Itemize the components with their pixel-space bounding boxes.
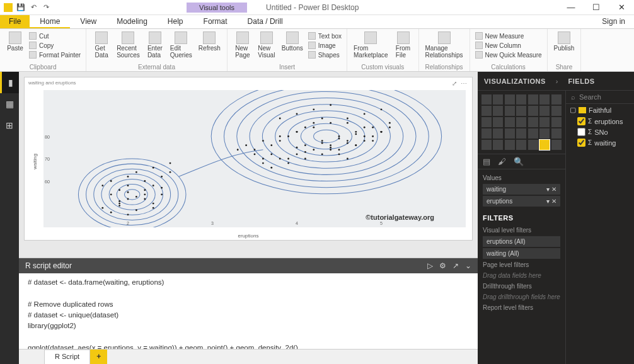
tab-format[interactable]: Format [193,15,238,28]
viz-type-icon[interactable] [516,140,526,150]
buttons-button[interactable]: Buttons [279,30,306,53]
field-checkbox[interactable] [577,139,585,147]
textbox-button[interactable]: Text box [307,31,343,40]
viz-type-icon[interactable] [528,94,538,105]
format-painter-button[interactable]: Format Painter [28,50,82,59]
viz-type-icon[interactable] [481,106,492,116]
viz-type-icon[interactable] [481,94,492,105]
shapes-button[interactable]: Shapes [307,50,343,59]
new-column-button[interactable]: New Column [474,41,543,50]
viz-type-icon[interactable] [481,128,492,139]
viz-type-icon[interactable] [539,128,550,139]
viz-type-icon[interactable] [516,106,526,116]
focus-mode-icon[interactable]: ⤢ [452,80,457,87]
run-script-icon[interactable]: ▷ [427,261,433,270]
manage-relationships-button[interactable]: Manage Relationships [423,30,466,60]
tab-view[interactable]: View [70,15,107,28]
viz-type-icon[interactable] [505,106,515,116]
filter-waiting[interactable]: waiting (All) [483,248,560,259]
script-textarea[interactable]: # dataset <- data.frame(waiting, eruptio… [19,273,478,349]
viz-type-icon[interactable] [481,140,492,150]
viz-type-icon[interactable] [481,117,492,127]
data-view-icon[interactable]: ▦ [0,93,19,115]
viz-type-icon[interactable] [493,117,503,127]
format-tab-icon[interactable]: 🖌 [498,157,506,166]
save-icon[interactable]: 💾 [15,2,26,13]
publish-button[interactable]: Publish [551,30,577,53]
field-checkbox[interactable] [577,128,585,136]
viz-type-icon[interactable] [528,128,538,139]
add-page-button[interactable]: + [90,350,107,364]
model-view-icon[interactable]: ⊞ [0,115,19,136]
copy-button[interactable]: Copy [28,41,82,50]
minimize-icon[interactable]: — [558,0,584,15]
viz-type-icon[interactable] [551,117,562,127]
viz-type-icon[interactable] [505,140,515,150]
script-options-icon[interactable]: ⚙ [439,261,446,270]
viz-type-icon[interactable] [493,94,503,105]
viz-type-icon[interactable] [505,94,515,105]
fields-tab-icon[interactable]: ▤ [483,157,490,166]
from-marketplace-button[interactable]: From Marketplace [351,30,390,60]
signin-link[interactable]: Sign in [593,15,634,28]
new-quick-measure-button[interactable]: New Quick Measure [474,50,543,59]
tab-datadrill[interactable]: Data / Drill [238,15,293,28]
drillthrough-dropzone[interactable]: Drag drillthrough fields here [478,291,565,303]
viz-type-icon[interactable] [539,117,550,127]
well-eruptions[interactable]: eruptions▾ ✕ [483,196,560,207]
viz-type-icon[interactable] [539,106,550,116]
viz-type-icon[interactable] [539,94,550,105]
viz-type-icon[interactable] [516,94,526,105]
close-icon[interactable]: ✕ [609,0,634,15]
new-page-button[interactable]: New Page [231,30,254,60]
refresh-button[interactable]: Refresh [196,30,223,53]
undo-icon[interactable]: ↶ [28,2,39,13]
tab-home[interactable]: Home [30,15,70,28]
field-eruptions[interactable]: Σeruptions [566,116,634,127]
viz-type-icon[interactable] [493,128,503,139]
enter-data-button[interactable]: Enter Data [144,30,166,60]
viz-type-icon[interactable] [505,128,515,139]
maximize-icon[interactable]: ☐ [584,0,609,15]
viz-type-icon[interactable] [551,128,562,139]
field-checkbox[interactable] [577,117,585,125]
viz-type-icon[interactable] [539,140,550,150]
filter-eruptions[interactable]: eruptions (All) [483,236,560,247]
viz-type-icon[interactable] [516,128,526,139]
viz-type-icon[interactable] [551,106,562,116]
new-visual-button[interactable]: New Visual [255,30,278,60]
report-view-icon[interactable]: ▮ [0,72,19,93]
from-file-button[interactable]: From File [392,30,415,60]
field-SNo[interactable]: ΣSNo [566,127,634,137]
fields-table-faithful[interactable]: ▢Faithful [566,104,634,116]
file-menu[interactable]: File [0,15,30,28]
viz-type-icon[interactable] [528,106,538,116]
viz-type-icon[interactable] [551,140,562,150]
page-filters-dropzone[interactable]: Drag data fields here [478,270,565,282]
popout-script-icon[interactable]: ↗ [452,261,459,270]
viz-type-icon[interactable] [528,140,538,150]
viz-type-icon[interactable] [505,117,515,127]
edit-queries-button[interactable]: Edit Queries [168,30,195,60]
recent-sources-button[interactable]: Recent Sources [114,30,142,60]
new-measure-button[interactable]: New Measure [474,31,543,40]
field-waiting[interactable]: Σwaiting [566,137,634,148]
visualization-picker[interactable] [478,91,565,154]
fields-search[interactable]: ⌕ Search [566,91,634,104]
viz-type-icon[interactable] [516,117,526,127]
tab-help[interactable]: Help [158,15,193,28]
tab-modeling[interactable]: Modeling [107,15,158,28]
viz-type-icon[interactable] [551,94,562,105]
redo-icon[interactable]: ↷ [40,2,52,13]
paste-button[interactable]: Paste [4,30,26,53]
viz-type-icon[interactable] [493,140,503,150]
cut-button[interactable]: Cut [28,31,82,40]
viz-type-icon[interactable] [528,117,538,127]
r-visual[interactable]: ⤢ ⋯ waiting and eruptions waiting 234560… [24,77,473,241]
collapse-script-icon[interactable]: ⌄ [465,261,471,270]
analytics-tab-icon[interactable]: 🔍 [514,157,524,166]
well-waiting[interactable]: waiting▾ ✕ [483,184,560,195]
fields-header[interactable]: FIELDS [562,77,634,85]
chevron-right-icon[interactable]: › [552,77,562,85]
visualizations-header[interactable]: VISUALIZATIONS [478,77,552,85]
